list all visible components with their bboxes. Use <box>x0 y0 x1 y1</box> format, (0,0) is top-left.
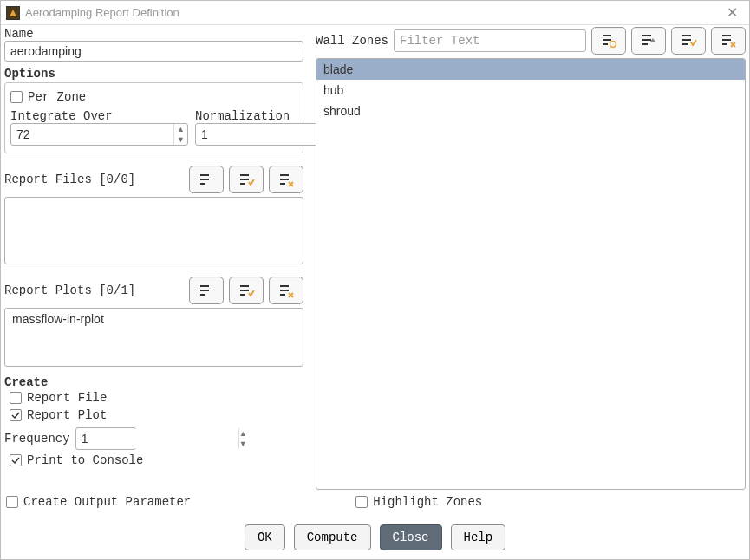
ok-button[interactable]: OK <box>245 524 285 550</box>
list-item[interactable]: shroud <box>316 101 745 121</box>
compute-button[interactable]: Compute <box>294 524 371 550</box>
report-file-checkbox[interactable] <box>10 392 22 404</box>
report-plots-list[interactable]: massflow-in-rplot <box>4 308 303 367</box>
integrate-over-input[interactable] <box>11 125 173 144</box>
svg-point-0 <box>610 42 616 48</box>
highlight-zones-label: Highlight Zones <box>373 495 482 509</box>
report-files-deselect-all-button[interactable] <box>269 166 303 193</box>
wall-zones-filter-button[interactable] <box>591 27 626 55</box>
frequency-input[interactable] <box>76 429 238 448</box>
print-console-label: Print to Console <box>27 453 143 467</box>
list-item[interactable]: massflow-in-rplot <box>5 309 303 329</box>
report-plots-select-all-button[interactable] <box>229 277 264 304</box>
create-output-param-checkbox[interactable] <box>6 496 18 508</box>
frequency-stepper[interactable]: ▲ ▼ <box>75 427 136 450</box>
app-icon <box>6 6 20 20</box>
report-plots-heading: Report Plots [0/1] <box>4 283 184 297</box>
report-files-list[interactable] <box>4 197 303 264</box>
report-plots-deselect-all-button[interactable] <box>269 277 303 304</box>
report-file-label: Report File <box>27 391 107 405</box>
wall-zones-deselect-all-button[interactable] <box>711 27 746 55</box>
options-box: Per Zone Integrate Over ▲ ▼ <box>4 82 303 153</box>
highlight-zones-checkbox[interactable] <box>355 496 368 508</box>
wall-zones-list[interactable]: bladehubshroud <box>316 58 746 490</box>
list-item[interactable]: blade <box>316 59 745 80</box>
frequency-down-icon[interactable]: ▼ <box>239 439 247 449</box>
close-button[interactable]: Close <box>380 524 442 550</box>
create-heading: Create <box>4 375 303 389</box>
per-zone-label: Per Zone <box>28 90 86 104</box>
report-plot-checkbox[interactable] <box>10 409 22 421</box>
name-input[interactable] <box>4 41 303 62</box>
print-console-checkbox[interactable] <box>10 454 22 466</box>
report-files-heading: Report Files [0/0] <box>4 173 184 186</box>
per-zone-checkbox[interactable] <box>10 91 23 103</box>
report-files-new-button[interactable] <box>189 166 224 193</box>
create-output-param-label: Create Output Parameter <box>23 495 191 509</box>
close-icon[interactable]: ✕ <box>720 4 744 21</box>
report-plots-new-button[interactable] <box>189 277 224 304</box>
integrate-over-label: Integrate Over <box>10 109 188 123</box>
options-heading: Options <box>4 67 303 81</box>
integrate-over-up-icon[interactable]: ▲ <box>174 124 187 134</box>
report-files-select-all-button[interactable] <box>229 166 264 193</box>
integrate-over-stepper[interactable]: ▲ ▼ <box>10 123 188 146</box>
titlebar: Aerodamping Report Definition ✕ <box>1 1 749 25</box>
wall-zones-select-all-button[interactable] <box>671 27 706 55</box>
wall-zones-filter-input[interactable] <box>394 29 586 52</box>
wall-zones-label: Wall Zones <box>316 34 388 48</box>
list-item[interactable]: hub <box>316 80 745 101</box>
frequency-up-icon[interactable]: ▲ <box>239 428 247 439</box>
integrate-over-down-icon[interactable]: ▼ <box>174 134 187 145</box>
wall-zones-sort-button[interactable] <box>631 27 666 55</box>
window-title: Aerodamping Report Definition <box>25 6 720 19</box>
frequency-label: Frequency <box>4 432 70 446</box>
help-button[interactable]: Help <box>451 524 506 550</box>
name-label: Name <box>4 27 303 41</box>
report-plot-label: Report Plot <box>27 408 107 422</box>
